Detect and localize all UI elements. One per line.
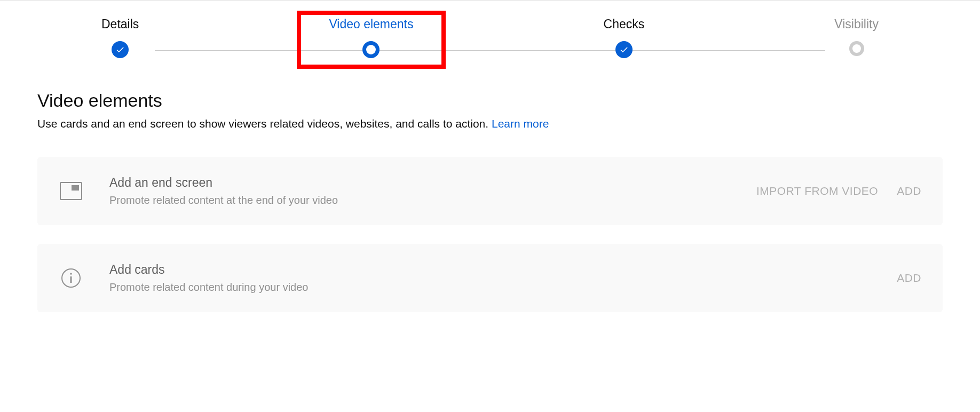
- card-actions: IMPORT FROM VIDEO ADD: [756, 185, 921, 197]
- card-title: Add an end screen: [109, 176, 756, 190]
- checkmark-icon: [615, 41, 633, 58]
- description-text: Use cards and an end screen to show view…: [37, 117, 492, 130]
- card-subtitle: Promote related content during your vide…: [109, 281, 897, 294]
- svg-point-3: [70, 273, 72, 275]
- page-title: Video elements: [37, 90, 943, 111]
- step-label: Video elements: [329, 17, 413, 31]
- info-icon: [59, 266, 83, 290]
- end-screen-icon: [59, 179, 83, 203]
- current-step-icon: [362, 41, 380, 58]
- step-visibility[interactable]: Visibility: [834, 17, 879, 56]
- stepper-line: [155, 50, 825, 51]
- card-subtitle: Promote related content at the end of yo…: [109, 194, 756, 207]
- step-label: Checks: [604, 17, 645, 31]
- page-description: Use cards and an end screen to show view…: [37, 117, 943, 130]
- end-screen-card: Add an end screen Promote related conten…: [37, 157, 943, 225]
- import-from-video-button[interactable]: IMPORT FROM VIDEO: [756, 185, 878, 197]
- svg-rect-0: [60, 183, 82, 200]
- add-cards-card: Add cards Promote related content during…: [37, 244, 943, 312]
- inactive-step-icon: [849, 41, 864, 56]
- add-cards-button[interactable]: ADD: [897, 272, 921, 284]
- step-details[interactable]: Details: [101, 17, 139, 58]
- checkmark-icon: [112, 41, 129, 58]
- card-title: Add cards: [109, 263, 897, 277]
- step-checks[interactable]: Checks: [604, 17, 645, 58]
- svg-rect-1: [72, 185, 79, 191]
- card-content: Add an end screen Promote related conten…: [109, 176, 756, 207]
- step-label: Visibility: [834, 17, 879, 31]
- card-content: Add cards Promote related content during…: [109, 263, 897, 294]
- stepper: Details Video elements Checks Visibility: [37, 17, 943, 58]
- card-actions: ADD: [897, 272, 921, 284]
- step-video-elements[interactable]: Video elements: [329, 17, 413, 58]
- step-label: Details: [101, 17, 139, 31]
- add-end-screen-button[interactable]: ADD: [897, 185, 921, 197]
- learn-more-link[interactable]: Learn more: [492, 117, 549, 130]
